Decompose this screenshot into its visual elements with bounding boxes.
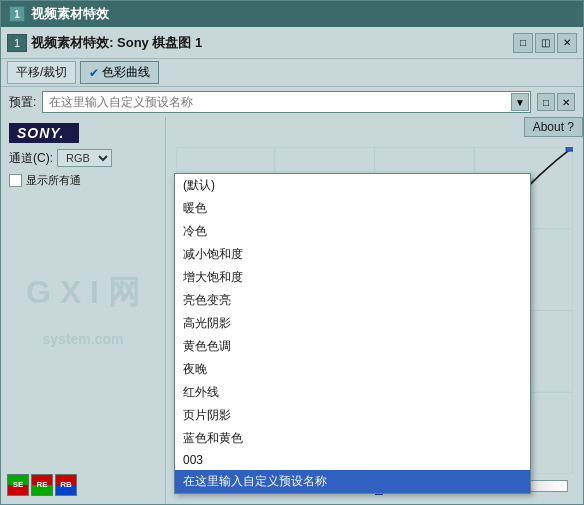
left-panel: SONY. 通道(C): RGB R G B 显示所有通 G X I 网 sys… (1, 117, 166, 504)
dropdown-item[interactable]: 蓝色和黄色 (175, 427, 530, 450)
color-icon-re[interactable]: RE (31, 474, 53, 496)
sony-logo: SONY. (9, 123, 79, 143)
checkmark-icon: ✔ (89, 66, 99, 80)
dropdown-item[interactable]: 高光阴影 (175, 312, 530, 335)
svg-rect-11 (566, 147, 573, 151)
watermark: G X I 网 system.com (26, 270, 140, 351)
preset-input[interactable]: 在这里输入自定义预设名称 (42, 91, 531, 113)
dropdown-item[interactable]: 红外线 (175, 381, 530, 404)
preset-row: 预置: 在这里输入自定义预设名称 ▼ □ ✕ (1, 87, 583, 117)
dropdown-item[interactable]: 减小饱和度 (175, 243, 530, 266)
maximize-button[interactable]: ◫ (535, 33, 555, 53)
dropdown-item[interactable]: 增大饱和度 (175, 266, 530, 289)
channel-row: 通道(C): RGB R G B (9, 149, 157, 167)
minimize-button[interactable]: □ (513, 33, 533, 53)
close-button[interactable]: ✕ (557, 33, 577, 53)
toolbar: 1 视频素材特效: Sony 棋盘图 1 □ ◫ ✕ (1, 27, 583, 59)
channel-label: 通道(C): (9, 150, 53, 167)
dropdown-item[interactable]: 黄色色调 (175, 335, 530, 358)
title-icon: 1 (9, 6, 25, 22)
dropdown-item[interactable]: 暖色 (175, 197, 530, 220)
channel-select[interactable]: RGB R G B (57, 149, 112, 167)
dropdown-item[interactable]: 亮色变亮 (175, 289, 530, 312)
color-icon-rb[interactable]: RB (55, 474, 77, 496)
title-bar: 1 视频素材特效 (1, 1, 583, 27)
toolbar-icons: □ ◫ ✕ (513, 33, 577, 53)
display-check-box[interactable] (9, 174, 22, 187)
preset-action-icons: □ ✕ (537, 93, 575, 111)
tab-color-curve[interactable]: ✔ 色彩曲线 (80, 61, 159, 84)
toolbar-title: 视频素材特效: Sony 棋盘图 1 (31, 34, 509, 52)
dropdown-item[interactable]: (默认) (175, 174, 530, 197)
preset-save-button[interactable]: □ (537, 93, 555, 111)
window-title: 视频素材特效 (31, 5, 109, 23)
toolbar-label: 1 (7, 34, 27, 52)
preset-label: 预置: (9, 94, 36, 111)
main-content: SONY. 通道(C): RGB R G B 显示所有通 G X I 网 sys… (1, 117, 583, 504)
main-window: 1 视频素材特效 1 视频素材特效: Sony 棋盘图 1 □ ◫ ✕ 平移/裁… (0, 0, 584, 505)
color-icon-se[interactable]: SE (7, 474, 29, 496)
preset-input-container: 在这里输入自定义预设名称 ▼ (42, 91, 531, 113)
dropdown-item[interactable]: 夜晚 (175, 358, 530, 381)
tab-bar: 平移/裁切 ✔ 色彩曲线 (1, 59, 583, 87)
bottom-color-icons: SE RE RB (7, 474, 77, 496)
dropdown-item[interactable]: 页片阴影 (175, 404, 530, 427)
display-all-channels[interactable]: 显示所有通 (9, 173, 157, 188)
dropdown-item[interactable]: 冷色 (175, 220, 530, 243)
preset-dropdown: (默认)暖色冷色减小饱和度增大饱和度亮色变亮高光阴影黄色色调夜晚红外线页片阴影蓝… (174, 173, 531, 494)
preset-delete-button[interactable]: ✕ (557, 93, 575, 111)
dropdown-item[interactable]: 在这里输入自定义预设名称 (175, 470, 530, 493)
about-button[interactable]: About ? (524, 117, 583, 137)
preset-dropdown-arrow[interactable]: ▼ (511, 93, 529, 111)
right-panel: About ? (166, 117, 583, 504)
dropdown-item[interactable]: 003 (175, 450, 530, 470)
tab-pan-crop[interactable]: 平移/裁切 (7, 61, 76, 84)
